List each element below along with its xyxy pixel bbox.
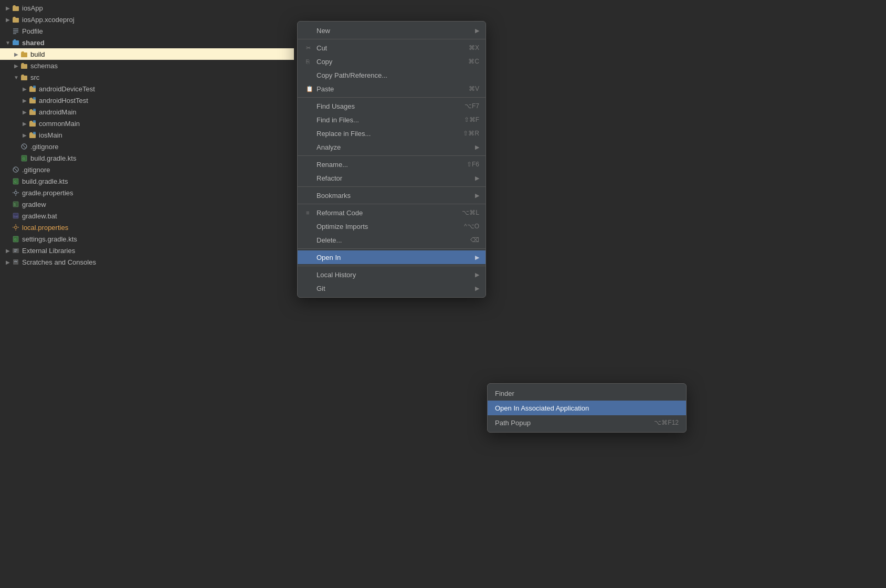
menu-item-left: Bookmarks <box>306 192 351 200</box>
menu-item-right: ⌘C <box>468 58 479 65</box>
tree-item-label: iosApp.xcodeproj <box>22 16 75 24</box>
tree-item-scratches[interactable]: Scratches and Consoles <box>0 256 294 268</box>
menu-item-label: Copy Path/Reference... <box>317 71 387 79</box>
chevron-icon <box>21 97 28 104</box>
bat-icon: bat <box>12 212 20 220</box>
menu-item-shortcut: ⇧⌘F <box>464 116 479 123</box>
menu-item-shortcut: ⌘V <box>469 85 479 92</box>
menu-item-right: ⌘V <box>469 85 479 92</box>
menu-item-replace-files[interactable]: Replace in Files...⇧⌘R <box>298 127 486 140</box>
menu-item-find-usages[interactable]: Find Usages⌥F7 <box>298 99 486 113</box>
tree-item-build-gradle-root[interactable]: Gbuild.gradle.kts <box>0 175 294 187</box>
gradle-icon: G <box>12 177 20 185</box>
svg-rect-14 <box>33 120 36 123</box>
chevron-icon <box>4 16 12 23</box>
menu-item-copy-path[interactable]: Copy Path/Reference... <box>298 68 486 82</box>
tree-item-androidMain[interactable]: androidMain <box>0 106 294 118</box>
tree-item-Podfile[interactable]: Podfile <box>0 25 294 37</box>
folder-icon <box>20 73 28 81</box>
tree-item-label: gradlew.bat <box>22 212 57 220</box>
menu-item-bookmarks[interactable]: Bookmarks▶ <box>298 188 486 202</box>
tree-item-gradlew-bat[interactable]: batgradlew.bat <box>0 210 294 222</box>
menu-item-local-history[interactable]: Local History▶ <box>298 268 486 281</box>
tree-item-label: androidHostTest <box>39 97 88 104</box>
module-icon <box>12 38 20 47</box>
settings-icon <box>12 188 20 197</box>
xcodeproj-icon <box>12 15 20 24</box>
submenu-item-label: Open In Associated Application <box>495 404 589 412</box>
menu-item-shortcut: ⌥F7 <box>465 102 479 110</box>
chevron-icon <box>13 62 20 69</box>
tree-item-external-libraries[interactable]: External Libraries <box>0 245 294 256</box>
tree-item-shared[interactable]: shared <box>0 37 294 48</box>
menu-item-label: New <box>317 27 330 35</box>
menu-item-reformat[interactable]: ≡Reformat Code⌥⌘L <box>298 206 486 219</box>
tree-item-iosMain[interactable]: iosMain <box>0 129 294 141</box>
tree-item-label: gradlew <box>22 201 46 208</box>
menu-item-label: Cut <box>317 44 327 52</box>
menu-item-right: ▶ <box>475 27 479 34</box>
tree-item-label: gradle.properties <box>22 189 73 197</box>
menu-item-find-files[interactable]: Find in Files...⇧⌘F <box>298 113 486 127</box>
menu-item-copy[interactable]: ⎘Copy⌘C <box>298 55 486 68</box>
tree-item-gitignore-shared[interactable]: .gitignore <box>0 141 294 152</box>
open-in-submenu: FinderOpen In Associated ApplicationPath… <box>487 383 687 433</box>
tree-item-schemas[interactable]: schemas <box>0 60 294 71</box>
menu-item-refactor[interactable]: Refactor▶ <box>298 171 486 185</box>
menu-item-analyze[interactable]: Analyze▶ <box>298 140 486 154</box>
chevron-icon <box>13 50 20 58</box>
svg-line-18 <box>23 145 26 148</box>
submenu-item-path-popup[interactable]: Path Popup⌥⌘F12 <box>488 415 686 430</box>
chevron-icon <box>4 4 12 12</box>
submenu-arrow-icon: ▶ <box>475 285 479 292</box>
menu-item-optimize[interactable]: Optimize Imports^⌥O <box>298 219 486 233</box>
submenu-item-open-associated[interactable]: Open In Associated Application <box>488 401 686 415</box>
menu-item-left: 📋Paste <box>306 85 334 93</box>
menu-item-label: Replace in Files... <box>317 130 371 138</box>
menu-item-label: Bookmarks <box>317 192 351 200</box>
menu-item-right: ⇧⌘F <box>464 116 479 123</box>
menu-item-delete[interactable]: Delete...⌫ <box>298 233 486 247</box>
tree-item-iosApp[interactable]: iosApp <box>0 2 294 14</box>
menu-item-cut[interactable]: ✂Cut⌘X <box>298 41 486 55</box>
tree-item-gitignore-root[interactable]: .gitignore <box>0 164 294 175</box>
paste-menu-icon: 📋 <box>306 86 314 92</box>
menu-item-label: Reformat Code <box>317 209 363 217</box>
tree-item-commonMain[interactable]: commonMain <box>0 118 294 129</box>
menu-item-shortcut: ^⌥O <box>464 223 479 230</box>
tree-item-build-gradle-shared[interactable]: Gbuild.gradle.kts <box>0 152 294 164</box>
menu-item-git[interactable]: Git▶ <box>298 281 486 295</box>
menu-item-rename[interactable]: Rename...⇧F6 <box>298 158 486 171</box>
svg-rect-16 <box>33 132 36 134</box>
menu-item-new[interactable]: New▶ <box>298 24 486 37</box>
menu-item-left: Local History <box>306 271 356 279</box>
tree-item-gradlew[interactable]: $gradlew <box>0 198 294 210</box>
tree-item-local-properties[interactable]: local.properties <box>0 222 294 233</box>
submenu-arrow-icon: ▶ <box>475 192 479 199</box>
chevron-icon <box>13 74 20 81</box>
tree-item-src[interactable]: src <box>0 71 294 83</box>
tree-item-build[interactable]: build <box>0 48 294 60</box>
tree-item-androidHostTest[interactable]: androidHostTest <box>0 94 294 106</box>
menu-item-left: Copy Path/Reference... <box>306 71 387 79</box>
tree-item-androidDeviceTest[interactable]: androidDeviceTest <box>0 83 294 94</box>
menu-item-right: ⇧⌘R <box>463 130 479 137</box>
svg-rect-3 <box>14 39 16 41</box>
menu-item-open-in[interactable]: Open In▶ <box>298 250 486 264</box>
menu-item-label: Analyze <box>317 143 341 151</box>
menu-item-left: Open In <box>306 254 341 261</box>
tree-item-iosApp-xcodeproj[interactable]: iosApp.xcodeproj <box>0 14 294 25</box>
tree-item-settings-gradle[interactable]: Gsettings.gradle.kts <box>0 233 294 245</box>
submenu-item-finder[interactable]: Finder <box>488 386 686 401</box>
tree-item-gradle-properties[interactable]: gradle.properties <box>0 187 294 198</box>
menu-item-label: Open In <box>317 254 341 261</box>
tree-item-label: External Libraries <box>22 247 75 255</box>
tree-item-label: Scratches and Consoles <box>22 258 96 266</box>
menu-item-right: ▶ <box>475 192 479 199</box>
menu-item-right: ▶ <box>475 254 479 261</box>
menu-separator <box>298 266 486 266</box>
menu-separator <box>298 39 486 39</box>
svg-rect-5 <box>21 64 27 69</box>
menu-item-left: Find in Files... <box>306 116 359 124</box>
menu-item-paste[interactable]: 📋Paste⌘V <box>298 82 486 96</box>
